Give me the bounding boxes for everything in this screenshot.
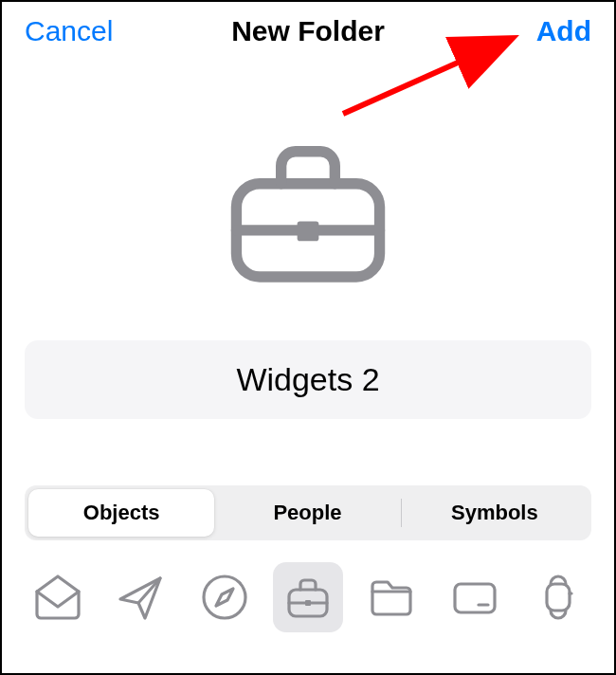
svg-rect-6: [305, 600, 311, 606]
briefcase-icon: [281, 571, 335, 624]
svg-point-4: [204, 576, 245, 618]
briefcase-icon: [218, 132, 398, 293]
icon-option-watch[interactable]: [523, 562, 593, 632]
header-bar: Cancel New Folder Add: [2, 2, 614, 61]
folder-name-input[interactable]: [25, 340, 591, 419]
icon-option-envelope[interactable]: [23, 562, 93, 632]
icon-option-creditcard[interactable]: [440, 562, 510, 632]
envelope-icon: [31, 571, 84, 624]
cancel-button[interactable]: Cancel: [25, 15, 113, 47]
svg-rect-9: [547, 584, 570, 611]
icon-option-briefcase[interactable]: [273, 562, 343, 632]
tab-symbols[interactable]: Symbols: [402, 489, 588, 537]
svg-rect-3: [298, 221, 319, 241]
folder-icon-preview: [2, 132, 614, 293]
category-segmented-control[interactable]: Objects People Symbols: [25, 485, 591, 540]
folder-name-field-wrap: [25, 340, 591, 419]
compass-icon: [198, 571, 251, 624]
tab-objects[interactable]: Objects: [28, 489, 214, 537]
page-title: New Folder: [231, 15, 385, 47]
svg-rect-7: [455, 584, 495, 612]
add-button[interactable]: Add: [536, 15, 591, 47]
folder-icon: [365, 571, 418, 624]
icon-option-compass[interactable]: [190, 562, 260, 632]
icon-option-paperplane[interactable]: [106, 562, 176, 632]
watch-icon: [532, 571, 585, 624]
tab-people[interactable]: People: [214, 489, 400, 537]
paperplane-icon: [115, 571, 168, 624]
icon-option-folder[interactable]: [356, 562, 426, 632]
creditcard-icon: [448, 571, 501, 624]
icon-picker-row: [2, 559, 614, 635]
